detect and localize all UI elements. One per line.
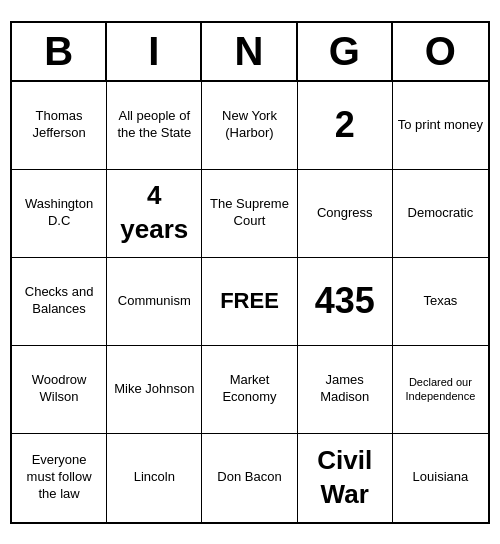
bingo-header: BINGO — [12, 23, 488, 82]
bingo-cell-11: Communism — [107, 258, 202, 346]
bingo-cell-5: Washington D.C — [12, 170, 107, 258]
bingo-cell-18: James Madison — [298, 346, 393, 434]
bingo-cell-9: Democratic — [393, 170, 488, 258]
bingo-cell-13: 435 — [298, 258, 393, 346]
bingo-card: BINGO Thomas JeffersonAll people of the … — [10, 21, 490, 524]
bingo-cell-12: FREE — [202, 258, 297, 346]
bingo-cell-17: Market Economy — [202, 346, 297, 434]
bingo-grid: Thomas JeffersonAll people of the the St… — [12, 82, 488, 522]
bingo-cell-23: Civil War — [298, 434, 393, 522]
bingo-cell-4: To print money — [393, 82, 488, 170]
header-letter-i: I — [107, 23, 202, 80]
bingo-cell-7: The Supreme Court — [202, 170, 297, 258]
bingo-cell-19: Declared our Independence — [393, 346, 488, 434]
header-letter-b: B — [12, 23, 107, 80]
bingo-cell-10: Checks and Balances — [12, 258, 107, 346]
header-letter-g: G — [298, 23, 393, 80]
bingo-cell-24: Louisiana — [393, 434, 488, 522]
bingo-cell-0: Thomas Jefferson — [12, 82, 107, 170]
bingo-cell-1: All people of the the State — [107, 82, 202, 170]
bingo-cell-15: Woodrow Wilson — [12, 346, 107, 434]
bingo-cell-22: Don Bacon — [202, 434, 297, 522]
header-letter-o: O — [393, 23, 488, 80]
bingo-cell-14: Texas — [393, 258, 488, 346]
bingo-cell-6: 4 years — [107, 170, 202, 258]
bingo-cell-16: Mike Johnson — [107, 346, 202, 434]
bingo-cell-20: Everyone must follow the law — [12, 434, 107, 522]
header-letter-n: N — [202, 23, 297, 80]
bingo-cell-3: 2 — [298, 82, 393, 170]
bingo-cell-2: New York (Harbor) — [202, 82, 297, 170]
bingo-cell-8: Congress — [298, 170, 393, 258]
bingo-cell-21: Lincoln — [107, 434, 202, 522]
